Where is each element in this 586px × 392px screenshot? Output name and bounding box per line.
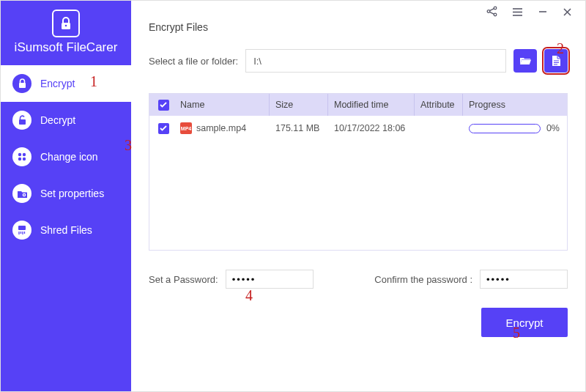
path-row: Select a file or folder:: [149, 49, 568, 73]
row-name: sample.mp4: [196, 123, 246, 133]
progress-pct: 0%: [546, 123, 560, 133]
nav-label: Set properties: [40, 188, 104, 199]
checkbox-checked-icon: [158, 100, 169, 111]
nav-item-shred-files[interactable]: Shred Files: [1, 212, 131, 248]
gear-folder-icon: [12, 184, 31, 203]
svg-point-1: [65, 25, 67, 27]
checkbox-checked-icon: [158, 123, 169, 134]
mp4-file-icon: MP4: [180, 122, 192, 134]
titlebar: [486, 1, 585, 24]
th-name[interactable]: Name: [177, 94, 270, 116]
app-logo-block: iSumsoft FileCarer: [1, 1, 131, 65]
browse-file-button[interactable]: [544, 49, 568, 73]
menu-icon[interactable]: [512, 7, 523, 19]
close-icon[interactable]: [563, 7, 572, 19]
nav-item-set-properties[interactable]: Set properties: [1, 175, 131, 212]
svg-point-16: [487, 10, 490, 13]
svg-point-7: [23, 158, 26, 160]
minimize-icon[interactable]: [538, 7, 548, 19]
row-mtime: 10/17/2022 18:06: [328, 123, 415, 133]
nav-item-change-icon[interactable]: Change icon: [1, 138, 131, 175]
sidebar: iSumsoft FileCarer Encrypt Decrypt Chang…: [1, 1, 131, 391]
confirm-password-label: Confirm the password :: [374, 274, 472, 285]
nav-label: Change icon: [40, 151, 98, 163]
svg-point-5: [23, 153, 26, 156]
main-panel: Encrypt Files Select a file or folder: N…: [131, 1, 585, 391]
content: Encrypt Files Select a file or folder: N…: [131, 1, 585, 350]
row-size: 175.11 MB: [270, 123, 328, 133]
svg-rect-3: [19, 119, 26, 125]
grid-icon: [12, 147, 31, 166]
nav: Encrypt Decrypt Change icon Set properti…: [1, 65, 131, 248]
file-table: Name Size Modified time Attribute Progre…: [149, 93, 568, 251]
share-icon[interactable]: [486, 6, 497, 19]
confirm-password-input[interactable]: [480, 270, 568, 289]
set-password-input[interactable]: [226, 270, 314, 289]
app-title: iSumsoft FileCarer: [1, 40, 131, 55]
svg-point-4: [18, 153, 21, 156]
progress-bar: [469, 124, 541, 133]
path-input[interactable]: [245, 49, 506, 73]
th-attr[interactable]: Attribute: [415, 94, 463, 116]
table-row[interactable]: MP4 sample.mp4 175.11 MB 10/17/2022 18:0…: [149, 116, 567, 141]
nav-label: Shred Files: [40, 224, 92, 236]
svg-rect-10: [18, 226, 26, 230]
folder-open-icon: [519, 56, 532, 66]
nav-label: Encrypt: [40, 78, 75, 89]
shred-icon: [12, 221, 31, 240]
svg-point-9: [23, 194, 25, 196]
th-checkbox[interactable]: [149, 100, 177, 111]
app-window: iSumsoft FileCarer Encrypt Decrypt Chang…: [0, 0, 586, 392]
svg-rect-2: [19, 83, 26, 88]
app-logo-icon: [52, 10, 80, 37]
encrypt-button[interactable]: Encrypt: [481, 308, 568, 337]
svg-line-18: [490, 9, 494, 11]
th-mtime[interactable]: Modified time: [328, 94, 415, 116]
unlock-icon: [12, 111, 31, 130]
password-row: Set a Password: Confirm the password :: [149, 270, 568, 289]
svg-line-19: [490, 12, 494, 14]
nav-label: Decrypt: [40, 114, 75, 126]
action-row: Encrypt: [149, 308, 568, 337]
nav-item-decrypt[interactable]: Decrypt: [1, 102, 131, 138]
th-prog[interactable]: Progress: [463, 100, 567, 110]
nav-item-encrypt[interactable]: Encrypt: [1, 65, 131, 102]
lock-icon: [12, 74, 31, 93]
browse-folder-button[interactable]: [513, 49, 537, 73]
file-icon: [552, 55, 561, 67]
set-password-label: Set a Password:: [149, 274, 218, 285]
path-label: Select a file or folder:: [149, 56, 238, 67]
row-checkbox[interactable]: [149, 123, 177, 134]
svg-point-6: [18, 158, 21, 160]
table-header: Name Size Modified time Attribute Progre…: [149, 94, 567, 116]
th-size[interactable]: Size: [270, 94, 328, 116]
